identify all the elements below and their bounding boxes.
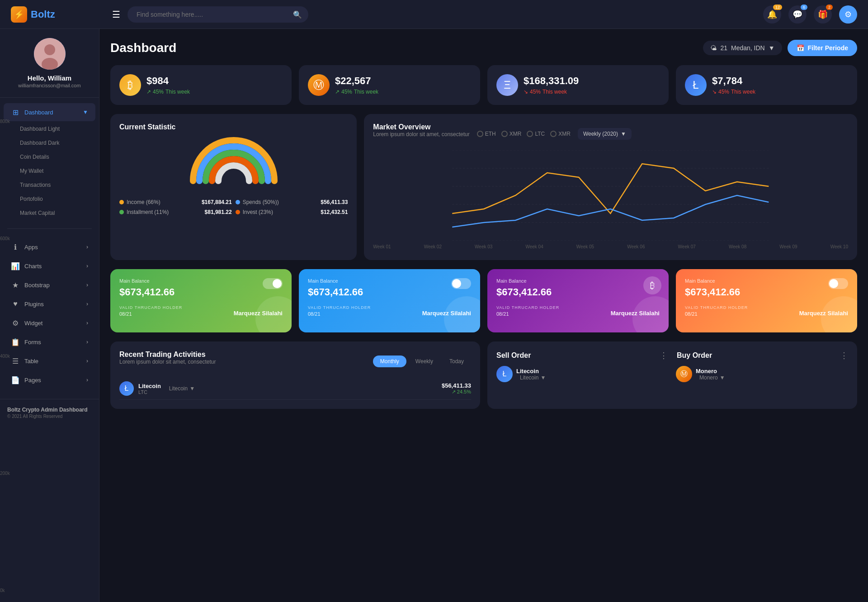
tab-weekly[interactable]: Weekly bbox=[408, 356, 440, 367]
sell-order-title: Sell Order bbox=[496, 351, 656, 360]
chevron-right-icon: › bbox=[86, 244, 88, 250]
sidebar-footer-copy: © 2021 All Rights Reserved bbox=[7, 414, 92, 419]
user-avatar-btn[interactable]: ⚙ bbox=[839, 5, 857, 24]
week-select[interactable]: Weekly (2020) ▼ bbox=[578, 128, 632, 140]
temperature: 21 bbox=[720, 44, 727, 52]
crypto-card-xmr: Ⓜ $22,567 ↗ 45% This week bbox=[299, 65, 480, 105]
buy-coin-select[interactable]: Monero ▼ bbox=[699, 374, 725, 381]
spends-dot bbox=[236, 200, 240, 204]
line-chart-svg bbox=[373, 150, 848, 241]
wallet-date-orange: 08/21 bbox=[685, 311, 698, 317]
brand-name: Boltz bbox=[31, 9, 55, 20]
tab-today[interactable]: Today bbox=[442, 356, 471, 367]
sidebar-item-dashboard-light[interactable]: Dashboard Light bbox=[13, 122, 95, 136]
hamburger-icon[interactable]: ☰ bbox=[112, 9, 120, 20]
radio-eth[interactable]: ETH bbox=[477, 131, 496, 137]
wallet-toggle-knob-green bbox=[273, 279, 282, 288]
buy-coin-name: Monero bbox=[696, 368, 725, 374]
sell-coin-select[interactable]: Litecoin ▼ bbox=[520, 374, 546, 381]
wallet-date-purple: 08/21 bbox=[496, 311, 509, 317]
chevron-right-icon-3: › bbox=[86, 282, 88, 288]
donut-chart-container bbox=[119, 136, 348, 190]
wallet-amount-orange: $673,412.66 bbox=[685, 286, 848, 298]
location-chevron-icon: ▼ bbox=[769, 44, 775, 52]
buy-more-icon[interactable]: ⋮ bbox=[840, 351, 848, 360]
wallet-amount-green: $673,412.66 bbox=[119, 286, 283, 298]
messages-btn[interactable]: 💬 6 bbox=[788, 5, 807, 24]
select-chevron-icon: ▼ bbox=[189, 385, 195, 392]
wallet-toggle-blue[interactable] bbox=[451, 278, 471, 289]
legend-installment: Installment (11%) $81,981.22 bbox=[119, 209, 232, 215]
x-label-w09: Week 09 bbox=[779, 244, 797, 249]
mid-row: Current Statistic bbox=[110, 114, 857, 260]
page-title: Dashboard bbox=[110, 41, 703, 55]
income-dot bbox=[119, 200, 124, 204]
filter-periode-btn[interactable]: 📅 Filter Periode bbox=[788, 40, 857, 56]
sidebar-item-coin-details[interactable]: Coin Details bbox=[13, 150, 95, 164]
sell-more-icon[interactable]: ⋮ bbox=[660, 351, 668, 360]
stat-title: Current Statistic bbox=[119, 123, 348, 131]
btc-change: ↗ 45% This week bbox=[146, 89, 283, 95]
btc-info: $984 ↗ 45% This week bbox=[146, 75, 283, 95]
xmr-change-pct: 45% bbox=[341, 89, 352, 95]
weather-icon: 🌤 bbox=[710, 44, 717, 52]
gifts-badge: 2 bbox=[826, 5, 833, 10]
list-item: Ł Litecoin LTC Litecoin ▼ $56,411.33 ↗ 2… bbox=[119, 378, 471, 400]
nav-right: 🔔 12 💬 6 🎁 2 ⚙ bbox=[763, 5, 857, 24]
coin-select-ltc[interactable]: Litecoin ▼ bbox=[169, 385, 195, 392]
wallet-card-green: Main Balance $673,412.66 VALID THRUCARD … bbox=[110, 269, 292, 332]
eth-value: $168,331.09 bbox=[524, 75, 660, 87]
radio-circle-xmr2 bbox=[550, 131, 557, 137]
x-label-w01: Week 01 bbox=[373, 244, 391, 249]
market-header: Market Overview Lorem ipsum dolor sit am… bbox=[373, 123, 848, 145]
search-input[interactable] bbox=[127, 6, 308, 23]
radio-circle-ltc bbox=[527, 131, 533, 137]
radio-ltc[interactable]: LTC bbox=[527, 131, 545, 137]
ltc-value: $7,784 bbox=[712, 75, 848, 87]
invest-dot bbox=[236, 210, 240, 214]
installment-dot bbox=[119, 210, 124, 214]
eth-logo: Ξ bbox=[496, 74, 518, 96]
wallet-label-green: Main Balance bbox=[119, 278, 283, 284]
sidebar-item-portofolio[interactable]: Portofolio bbox=[13, 192, 95, 206]
tab-monthly[interactable]: Monthly bbox=[373, 356, 406, 367]
svg-point-1 bbox=[44, 44, 55, 55]
eth-change-pct: 45% bbox=[530, 89, 541, 95]
page-header: Dashboard 🌤 21 Medan, IDN ▼ 📅 Filter Per… bbox=[110, 40, 857, 56]
user-name: Hello, William bbox=[28, 74, 71, 82]
sidebar-item-transactions[interactable]: Transactions bbox=[13, 178, 95, 192]
wallet-toggle-green[interactable] bbox=[263, 278, 283, 289]
crypto-row: ₿ $984 ↗ 45% This week Ⓜ $22,567 ↗ 45% bbox=[110, 65, 857, 105]
wallet-bg-circle bbox=[255, 296, 292, 332]
sidebar-item-dashboard-dark[interactable]: Dashboard Dark bbox=[13, 136, 95, 150]
x-label-w07: Week 07 bbox=[678, 244, 696, 249]
coin-sub-ltc: LTC bbox=[138, 389, 161, 395]
wallet-card-purple: Main Balance $673,412.66 ₿ VALID THRUCAR… bbox=[487, 269, 669, 332]
sell-buy-card: Sell Order ⋮ Buy Order ⋮ Ł Litecoin bbox=[487, 341, 857, 409]
crypto-card-ltc: Ł $7,784 ↘ 45% This week bbox=[676, 65, 857, 105]
radio-xmr2[interactable]: XMR bbox=[550, 131, 571, 137]
notifications-btn[interactable]: 🔔 12 bbox=[763, 5, 781, 24]
crypto-card-btc: ₿ $984 ↗ 45% This week bbox=[110, 65, 292, 105]
chevron-down-icon: ▼ bbox=[83, 109, 88, 115]
x-label-w03: Week 03 bbox=[475, 244, 492, 249]
wallet-toggle-knob-orange bbox=[829, 279, 838, 288]
tab-group: Monthly Weekly Today bbox=[373, 356, 471, 367]
radio-xmr[interactable]: XMR bbox=[501, 131, 522, 137]
xmr-value: $22,567 bbox=[335, 75, 471, 87]
coin-list: Ł Litecoin LTC Litecoin ▼ $56,411.33 ↗ 2… bbox=[119, 378, 471, 400]
xmr-info: $22,567 ↗ 45% This week bbox=[335, 75, 471, 95]
x-label-w10: Week 10 bbox=[830, 244, 848, 249]
legend-income: Income (66%) $167,884.21 bbox=[119, 199, 232, 205]
wallet-toggle-orange[interactable] bbox=[828, 278, 848, 289]
search-bar: 🔍 bbox=[127, 6, 308, 23]
chevron-right-icon-7: › bbox=[86, 358, 88, 364]
gifts-btn[interactable]: 🎁 2 bbox=[814, 5, 832, 24]
sidebar-item-my-wallet[interactable]: My Wallet bbox=[13, 164, 95, 178]
weather-widget: 🌤 21 Medan, IDN ▼ bbox=[703, 41, 782, 55]
xmr-change: ↗ 45% This week bbox=[335, 89, 471, 95]
up-arrow-icon-2: ↗ bbox=[335, 89, 340, 95]
sidebar-item-market-capital[interactable]: Market Capital bbox=[13, 206, 95, 220]
filter-icon: 📅 bbox=[797, 44, 804, 52]
sell-coin: Ł Litecoin Litecoin ▼ bbox=[496, 366, 669, 382]
